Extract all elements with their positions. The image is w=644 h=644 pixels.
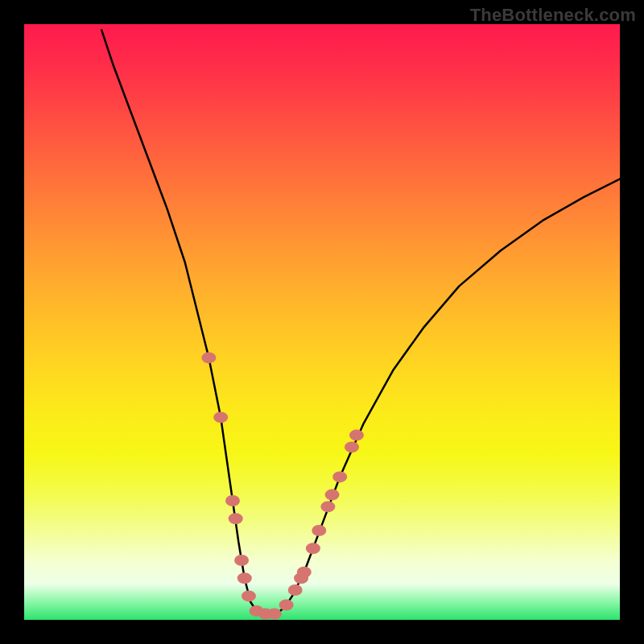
marker-point (225, 495, 240, 506)
marker-point (213, 411, 228, 423)
marker-point (349, 430, 364, 441)
watermark-text: TheBottleneck.com (470, 5, 636, 26)
chart-svg (24, 24, 620, 620)
marker-point (306, 543, 320, 554)
marker-point (320, 501, 335, 512)
marker-point (297, 567, 312, 578)
curve-path (101, 30, 620, 613)
marker-point (267, 609, 282, 620)
highlight-markers (201, 352, 364, 619)
marker-point (234, 555, 249, 566)
chart-frame: TheBottleneck.com (0, 0, 644, 644)
marker-point (325, 489, 340, 501)
marker-point (332, 471, 347, 482)
marker-point (237, 572, 252, 584)
marker-point (201, 352, 216, 363)
marker-point (279, 600, 294, 611)
plot-area (24, 24, 620, 620)
marker-point (288, 584, 303, 596)
marker-point (345, 441, 359, 452)
bottleneck-curve (101, 30, 620, 613)
marker-point (242, 590, 256, 601)
marker-point (229, 513, 243, 524)
marker-point (312, 525, 326, 536)
